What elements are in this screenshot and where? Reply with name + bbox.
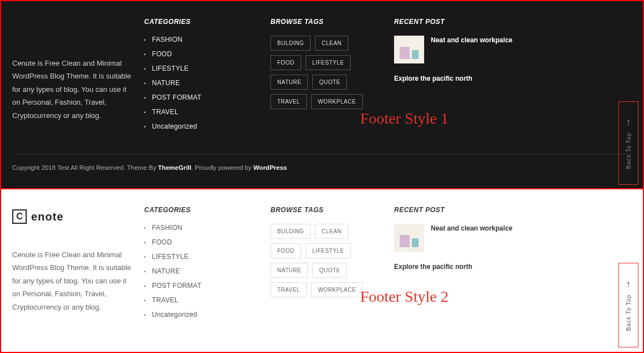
footer-style-1: Cenote is Free Clean and Minimal WordPre… [1,1,643,189]
category-item[interactable]: NATURE [144,79,258,87]
tag-link[interactable]: LIFESTYLE [306,55,351,70]
recent-post-item[interactable]: Neat and clean workpalce [394,224,533,252]
categories-column: CATEGORIES FASHION FOOD LIFESTYLE NATURE… [144,206,258,325]
category-item[interactable]: TRAVEL [144,296,258,304]
category-item[interactable]: LIFESTYLE [144,253,258,261]
logo-text: enote [31,210,63,223]
tag-link[interactable]: LIFESTYLE [306,243,351,258]
recent-title: RECENT POST [394,18,533,26]
category-item[interactable]: FOOD [144,238,258,246]
wordpress-link[interactable]: WordPress [253,164,287,171]
tag-link[interactable]: BULDING [271,36,311,51]
recent-column: RECENT POST Neat and clean workpalce Exp… [394,206,533,325]
post-title[interactable]: Explore the pacific north [394,75,533,82]
tags-column: BROWSE TAGS BULDING CLEAN FOOD LIFESTYLE… [271,18,382,137]
category-item[interactable]: FOOD [144,50,258,58]
tag-link[interactable]: FOOD [271,243,301,258]
recent-post-item[interactable]: Neat and clean workpalce [394,36,533,63]
category-item[interactable]: NATURE [144,267,258,275]
tag-link[interactable]: NATURE [271,75,308,90]
categories-title: CATEGORIES [144,18,258,26]
about-column: C enote Cenote is Free Clean and Minimal… [12,206,132,325]
arrow-up-icon: ↑ [626,117,631,127]
about-text: Cenote is Free Clean and Minimal WordPre… [12,248,132,313]
about-text: Cenote is Free Clean and Minimal WordPre… [12,57,132,122]
categories-list: FASHION FOOD LIFESTYLE NATURE POST FORMA… [144,36,258,130]
tag-link[interactable]: CLEAN [315,36,348,51]
category-item[interactable]: Uncategorized [144,311,258,318]
categories-list: FASHION FOOD LIFESTYLE NATURE POST FORMA… [144,224,258,318]
recent-title: RECENT POST [394,206,533,214]
tag-link[interactable]: QUOTE [312,263,347,278]
site-logo[interactable]: C enote [12,209,132,224]
category-item[interactable]: POST FORMAT [144,94,258,101]
tag-link[interactable]: BULDING [271,224,311,239]
tag-link[interactable]: QUOTE [312,75,347,90]
tag-link[interactable]: TRAVEL [271,282,307,297]
footer-divider [12,154,632,154]
back-to-top-label: Back To Top [626,133,632,169]
recent-column: RECENT POST Neat and clean workpalce Exp… [394,18,533,137]
category-item[interactable]: FASHION [144,224,258,232]
copyright-text: Copyright 2018 Test All Right Reserved. … [12,164,632,171]
tag-link[interactable]: WORKPLACE [311,282,362,297]
category-item[interactable]: LIFESTYLE [144,65,258,72]
category-item[interactable]: POST FORMAT [144,282,258,290]
back-to-top-button[interactable]: ↑ Back To Top [618,263,638,347]
post-thumbnail [394,36,424,63]
themegrill-link[interactable]: ThemeGrill [158,164,191,171]
tag-link[interactable]: WORKPLACE [311,94,362,109]
categories-title: CATEGORIES [144,206,258,214]
post-thumbnail [394,224,424,252]
back-to-top-button[interactable]: ↑ Back To Top [618,101,638,185]
post-title[interactable]: Explore the pacific north [394,263,533,271]
tag-link[interactable]: FOOD [271,55,301,70]
category-item[interactable]: FASHION [144,36,258,43]
about-column: Cenote is Free Clean and Minimal WordPre… [12,18,132,137]
tag-link[interactable]: TRAVEL [271,94,307,109]
category-item[interactable]: Uncategorized [144,122,258,130]
post-title: Neat and clean workpalce [431,36,513,45]
logo-icon: C [12,209,27,224]
logo-placeholder [12,18,132,57]
arrow-up-icon: ↑ [626,279,631,289]
categories-column: CATEGORIES FASHION FOOD LIFESTYLE NATURE… [144,18,258,137]
post-title: Neat and clean workpalce [431,224,513,233]
tags-title: BROWSE TAGS [271,206,382,214]
category-item[interactable]: TRAVEL [144,108,258,116]
tag-link[interactable]: CLEAN [315,224,348,239]
tag-link[interactable]: NATURE [271,263,308,278]
footer-style-2: C enote Cenote is Free Clean and Minimal… [1,189,643,352]
back-to-top-label: Back To Top [626,295,632,331]
tags-column: BROWSE TAGS BULDING CLEAN FOOD LIFESTYLE… [271,206,382,325]
tags-title: BROWSE TAGS [271,18,382,26]
